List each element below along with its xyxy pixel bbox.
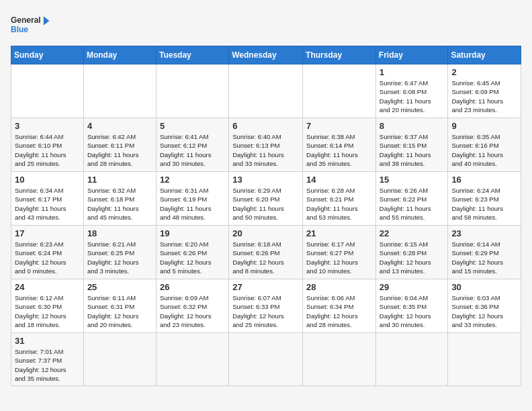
calendar-day-cell: 26Sunrise: 6:09 AM Sunset: 6:32 PM Dayli… bbox=[156, 279, 228, 333]
day-number: 28 bbox=[306, 282, 372, 292]
calendar-day-cell: 25Sunrise: 6:11 AM Sunset: 6:31 PM Dayli… bbox=[83, 279, 156, 333]
calendar-day-cell bbox=[229, 333, 303, 386]
day-sun-info: Sunrise: 6:24 AM Sunset: 6:23 PM Dayligh… bbox=[451, 186, 517, 222]
calendar-day-cell: 13Sunrise: 6:29 AM Sunset: 6:20 PM Dayli… bbox=[229, 172, 303, 226]
svg-text:Blue: Blue bbox=[11, 25, 28, 34]
calendar-day-cell: 9Sunrise: 6:35 AM Sunset: 6:16 PM Daylig… bbox=[448, 118, 521, 172]
calendar-day-cell: 16Sunrise: 6:24 AM Sunset: 6:23 PM Dayli… bbox=[448, 172, 521, 226]
calendar-day-cell: 23Sunrise: 6:14 AM Sunset: 6:29 PM Dayli… bbox=[448, 226, 521, 279]
calendar-day-cell: 10Sunrise: 6:34 AM Sunset: 6:17 PM Dayli… bbox=[11, 172, 84, 226]
day-sun-info: Sunrise: 6:15 AM Sunset: 6:28 PM Dayligh… bbox=[380, 240, 445, 275]
calendar-header-row: SundayMondayTuesdayWednesdayThursdayFrid… bbox=[11, 46, 521, 64]
calendar-day-cell: 30Sunrise: 6:03 AM Sunset: 6:36 PM Dayli… bbox=[448, 279, 521, 333]
day-sun-info: Sunrise: 6:40 AM Sunset: 6:13 PM Dayligh… bbox=[232, 132, 299, 168]
calendar-day-cell: 6Sunrise: 6:40 AM Sunset: 6:13 PM Daylig… bbox=[229, 118, 303, 172]
day-sun-info: Sunrise: 6:42 AM Sunset: 6:11 PM Dayligh… bbox=[87, 132, 152, 168]
calendar-table: SundayMondayTuesdayWednesdayThursdayFrid… bbox=[11, 46, 521, 386]
calendar-day-cell: 20Sunrise: 6:18 AM Sunset: 6:26 PM Dayli… bbox=[229, 226, 303, 279]
day-sun-info: Sunrise: 6:04 AM Sunset: 6:35 PM Dayligh… bbox=[380, 293, 445, 329]
calendar-week-row: 31Sunrise: 7:01 AM Sunset: 7:37 PM Dayli… bbox=[11, 333, 521, 386]
calendar-week-row: 1Sunrise: 6:47 AM Sunset: 6:08 PM Daylig… bbox=[11, 64, 521, 118]
day-sun-info: Sunrise: 6:45 AM Sunset: 6:09 PM Dayligh… bbox=[451, 79, 517, 114]
day-number: 20 bbox=[232, 228, 299, 238]
day-sun-info: Sunrise: 6:35 AM Sunset: 6:16 PM Dayligh… bbox=[451, 132, 517, 168]
day-number: 7 bbox=[306, 121, 372, 131]
day-of-week-header: Friday bbox=[375, 46, 448, 64]
day-number: 23 bbox=[451, 228, 517, 238]
day-number: 19 bbox=[160, 228, 225, 238]
day-sun-info: Sunrise: 6:23 AM Sunset: 6:24 PM Dayligh… bbox=[15, 240, 80, 275]
calendar-day-cell bbox=[11, 64, 84, 118]
calendar-day-cell: 8Sunrise: 6:37 AM Sunset: 6:15 PM Daylig… bbox=[375, 118, 448, 172]
calendar-day-cell: 28Sunrise: 6:06 AM Sunset: 6:34 PM Dayli… bbox=[303, 279, 376, 333]
calendar-day-cell bbox=[229, 64, 303, 118]
calendar-day-cell bbox=[156, 64, 228, 118]
day-number: 27 bbox=[232, 282, 299, 292]
calendar-day-cell: 29Sunrise: 6:04 AM Sunset: 6:35 PM Dayli… bbox=[375, 279, 448, 333]
day-sun-info: Sunrise: 6:09 AM Sunset: 6:32 PM Dayligh… bbox=[160, 293, 225, 329]
day-number: 4 bbox=[87, 121, 152, 131]
calendar-day-cell: 15Sunrise: 6:26 AM Sunset: 6:22 PM Dayli… bbox=[375, 172, 448, 226]
day-number: 1 bbox=[380, 67, 445, 77]
day-number: 22 bbox=[380, 228, 445, 238]
calendar-day-cell: 21Sunrise: 6:17 AM Sunset: 6:27 PM Dayli… bbox=[303, 226, 376, 279]
calendar-day-cell: 24Sunrise: 6:12 AM Sunset: 6:30 PM Dayli… bbox=[11, 279, 84, 333]
calendar-day-cell: 27Sunrise: 6:07 AM Sunset: 6:33 PM Dayli… bbox=[229, 279, 303, 333]
calendar-day-cell: 4Sunrise: 6:42 AM Sunset: 6:11 PM Daylig… bbox=[83, 118, 156, 172]
calendar-day-cell bbox=[303, 333, 376, 386]
day-number: 5 bbox=[160, 121, 225, 131]
svg-text:General: General bbox=[11, 15, 41, 25]
day-sun-info: Sunrise: 6:20 AM Sunset: 6:26 PM Dayligh… bbox=[160, 240, 225, 275]
calendar-day-cell: 17Sunrise: 6:23 AM Sunset: 6:24 PM Dayli… bbox=[11, 226, 84, 279]
logo-icon: General Blue bbox=[11, 11, 51, 39]
svg-marker-2 bbox=[44, 16, 50, 26]
day-number: 17 bbox=[15, 228, 80, 238]
day-sun-info: Sunrise: 6:21 AM Sunset: 6:25 PM Dayligh… bbox=[87, 240, 152, 275]
calendar-day-cell: 1Sunrise: 6:47 AM Sunset: 6:08 PM Daylig… bbox=[375, 64, 448, 118]
day-number: 12 bbox=[160, 175, 225, 185]
calendar-day-cell: 14Sunrise: 6:28 AM Sunset: 6:21 PM Dayli… bbox=[303, 172, 376, 226]
calendar-day-cell bbox=[83, 333, 156, 386]
calendar-day-cell: 11Sunrise: 6:32 AM Sunset: 6:18 PM Dayli… bbox=[83, 172, 156, 226]
day-number: 24 bbox=[15, 282, 80, 292]
calendar-day-cell: 31Sunrise: 7:01 AM Sunset: 7:37 PM Dayli… bbox=[11, 333, 84, 386]
day-sun-info: Sunrise: 6:29 AM Sunset: 6:20 PM Dayligh… bbox=[232, 186, 299, 222]
day-sun-info: Sunrise: 6:28 AM Sunset: 6:21 PM Dayligh… bbox=[306, 186, 372, 222]
day-number: 25 bbox=[87, 282, 152, 292]
calendar-week-row: 17Sunrise: 6:23 AM Sunset: 6:24 PM Dayli… bbox=[11, 226, 521, 279]
day-sun-info: Sunrise: 6:44 AM Sunset: 6:10 PM Dayligh… bbox=[15, 132, 80, 168]
day-of-week-header: Tuesday bbox=[156, 46, 228, 64]
day-sun-info: Sunrise: 6:31 AM Sunset: 6:19 PM Dayligh… bbox=[160, 186, 225, 222]
day-of-week-header: Saturday bbox=[448, 46, 521, 64]
day-number: 3 bbox=[15, 121, 80, 131]
day-number: 6 bbox=[232, 121, 299, 131]
logo: General Blue bbox=[11, 11, 51, 39]
day-sun-info: Sunrise: 6:37 AM Sunset: 6:15 PM Dayligh… bbox=[380, 132, 445, 168]
day-sun-info: Sunrise: 6:41 AM Sunset: 6:12 PM Dayligh… bbox=[160, 132, 225, 168]
day-sun-info: Sunrise: 6:06 AM Sunset: 6:34 PM Dayligh… bbox=[306, 293, 372, 329]
day-sun-info: Sunrise: 6:03 AM Sunset: 6:36 PM Dayligh… bbox=[451, 293, 517, 329]
calendar-day-cell: 18Sunrise: 6:21 AM Sunset: 6:25 PM Dayli… bbox=[83, 226, 156, 279]
calendar-day-cell bbox=[448, 333, 521, 386]
day-number: 31 bbox=[15, 336, 80, 346]
day-number: 15 bbox=[380, 175, 445, 185]
calendar-day-cell bbox=[303, 64, 376, 118]
calendar-day-cell bbox=[156, 333, 228, 386]
day-number: 10 bbox=[15, 175, 80, 185]
day-sun-info: Sunrise: 6:14 AM Sunset: 6:29 PM Dayligh… bbox=[451, 240, 517, 275]
calendar-week-row: 10Sunrise: 6:34 AM Sunset: 6:17 PM Dayli… bbox=[11, 172, 521, 226]
day-number: 30 bbox=[451, 282, 517, 292]
page-header: General Blue bbox=[11, 11, 521, 39]
calendar-day-cell bbox=[83, 64, 156, 118]
day-sun-info: Sunrise: 6:34 AM Sunset: 6:17 PM Dayligh… bbox=[15, 186, 80, 222]
day-sun-info: Sunrise: 6:32 AM Sunset: 6:18 PM Dayligh… bbox=[87, 186, 152, 222]
calendar-day-cell: 2Sunrise: 6:45 AM Sunset: 6:09 PM Daylig… bbox=[448, 64, 521, 118]
calendar-day-cell: 12Sunrise: 6:31 AM Sunset: 6:19 PM Dayli… bbox=[156, 172, 228, 226]
day-sun-info: Sunrise: 6:07 AM Sunset: 6:33 PM Dayligh… bbox=[232, 293, 299, 329]
day-sun-info: Sunrise: 6:18 AM Sunset: 6:26 PM Dayligh… bbox=[232, 240, 299, 275]
day-number: 26 bbox=[160, 282, 225, 292]
calendar-day-cell bbox=[375, 333, 448, 386]
day-of-week-header: Sunday bbox=[11, 46, 84, 64]
calendar-day-cell: 5Sunrise: 6:41 AM Sunset: 6:12 PM Daylig… bbox=[156, 118, 228, 172]
day-number: 16 bbox=[451, 175, 517, 185]
